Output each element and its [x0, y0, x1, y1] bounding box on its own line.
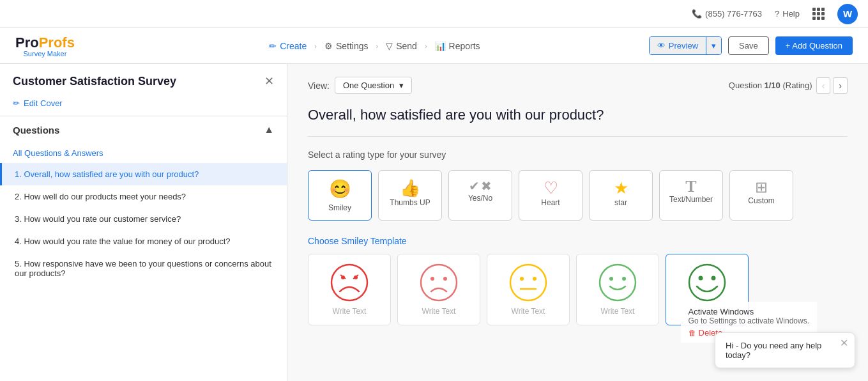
- nav-arrows: ‹ ›: [816, 77, 848, 94]
- reports-icon: 📊: [435, 41, 446, 51]
- send-label: Send: [396, 41, 417, 51]
- phone-icon: 📞: [692, 9, 702, 19]
- nav-reports[interactable]: 📊 Reports: [430, 37, 485, 55]
- textnumber-icon: T: [685, 178, 696, 195]
- activate-windows-sub: Go to Settings to activate Windows.: [689, 316, 809, 325]
- svg-point-6: [430, 277, 434, 281]
- question-item[interactable]: 2. How well do our products meet your ne…: [0, 185, 287, 208]
- heart-icon: ♡: [544, 178, 558, 198]
- help-label: Help: [782, 9, 800, 19]
- thumbsup-icon: 👍: [400, 178, 420, 198]
- preview-dropdown-button[interactable]: ▾: [706, 37, 721, 54]
- star-icon: ★: [614, 178, 628, 198]
- apps-icon[interactable]: [812, 8, 825, 20]
- question-item[interactable]: 1. Overall, how satisfied are you with o…: [0, 163, 287, 185]
- sidebar: Customer Satisfaction Survey ✕ ✏ Edit Co…: [0, 64, 287, 381]
- grid-icon: [812, 8, 825, 20]
- expand-icon: ▲: [264, 124, 274, 136]
- question-text: 2. How well do our products meet your ne…: [15, 192, 186, 201]
- view-dropdown[interactable]: One Question ▾: [335, 77, 412, 94]
- rating-type-yesno[interactable]: ✔✖ Yes/No: [448, 170, 512, 221]
- thumbsup-label: Thumbs UP: [390, 198, 430, 207]
- rating-type-star[interactable]: ★ star: [589, 170, 653, 221]
- question-item[interactable]: 3. How would you rate our customer servi…: [0, 208, 287, 230]
- prev-question-button[interactable]: ‹: [816, 77, 831, 94]
- rating-section-label: Select a rating type for your survey: [308, 150, 848, 160]
- svg-point-17: [712, 276, 716, 281]
- smiley-happy[interactable]: Write Text: [576, 254, 659, 325]
- chat-close-button[interactable]: ✕: [840, 337, 848, 349]
- question-text: 3. How would you rate our customer servi…: [15, 214, 181, 224]
- create-icon: ✏: [269, 41, 277, 51]
- heart-label: Heart: [541, 198, 560, 207]
- rating-type-heart[interactable]: ♡ Heart: [519, 170, 582, 221]
- star-label: star: [614, 198, 627, 207]
- divider: [308, 136, 848, 137]
- view-option: One Question: [343, 81, 394, 90]
- rating-type-smiley[interactable]: 😊 Smiley: [308, 170, 372, 221]
- nav-send[interactable]: ▽ Send: [381, 37, 422, 55]
- user-avatar[interactable]: W: [837, 4, 858, 24]
- svg-point-8: [510, 265, 546, 300]
- rating-type-thumbsup[interactable]: 👍 Thumbs UP: [378, 170, 442, 221]
- logo: Pro Profs Survey Maker: [15, 35, 75, 58]
- very-happy-face-svg: [688, 263, 726, 302]
- svg-point-15: [689, 265, 725, 300]
- smiley-label-4: Write Text: [601, 307, 635, 316]
- save-button[interactable]: Save: [728, 36, 769, 55]
- view-label: View:: [308, 81, 330, 91]
- reports-label: Reports: [449, 41, 480, 51]
- sidebar-title: Customer Satisfaction Survey: [13, 75, 176, 88]
- view-selector: View: One Question ▾: [308, 77, 412, 94]
- question-item[interactable]: 5. How responsive have we been to your q…: [0, 253, 287, 284]
- edit-cover-link[interactable]: ✏ Edit Cover: [0, 98, 287, 116]
- smiley-unhappy[interactable]: Write Text: [397, 254, 480, 325]
- header-bar: Pro Profs Survey Maker ✏ Create › ⚙ Sett…: [0, 28, 868, 64]
- preview-button[interactable]: 👁 Preview: [650, 37, 706, 54]
- add-question-button[interactable]: + Add Question: [775, 36, 853, 55]
- smiley-very-unhappy[interactable]: Write Text: [308, 254, 391, 325]
- close-sidebar-button[interactable]: ✕: [264, 74, 274, 88]
- questions-header[interactable]: Questions ▲: [0, 116, 287, 143]
- header-actions: 👁 Preview ▾ Save + Add Question: [649, 36, 853, 55]
- custom-icon: ⊞: [755, 178, 768, 196]
- very-unhappy-face-svg: [330, 263, 369, 302]
- phone-item[interactable]: 📞 (855) 776-7763: [692, 9, 762, 19]
- svg-point-0: [331, 265, 367, 300]
- question-number-info: Question 1/10 (Rating) ‹ ›: [729, 77, 848, 94]
- question-text: 1. Overall, how satisfied are you with o…: [15, 169, 199, 179]
- rating-type-custom[interactable]: ⊞ Custom: [729, 170, 793, 221]
- happy-face-svg: [598, 263, 637, 302]
- logo-profs: Profs: [39, 35, 75, 51]
- next-question-button[interactable]: ›: [833, 77, 848, 94]
- sidebar-header: Customer Satisfaction Survey ✕: [0, 64, 287, 98]
- header-nav: ✏ Create › ⚙ Settings › ▽ Send › 📊 Repor…: [100, 37, 649, 55]
- svg-point-9: [520, 277, 524, 281]
- neutral-face-svg: [509, 263, 547, 302]
- smiley-section-label: Choose Smiley Template: [308, 236, 848, 246]
- svg-point-7: [443, 277, 447, 281]
- svg-point-16: [699, 276, 703, 281]
- textnumber-label: Text/Number: [669, 195, 713, 204]
- smiley-neutral[interactable]: Write Text: [487, 254, 570, 325]
- question-item[interactable]: 4. How would you rate the value for mone…: [0, 230, 287, 253]
- chevron-1: ›: [314, 42, 317, 50]
- chevron-3: ›: [425, 42, 427, 50]
- settings-label: Settings: [336, 41, 369, 51]
- help-item[interactable]: ? Help: [775, 9, 800, 19]
- custom-label: Custom: [748, 196, 774, 205]
- view-bar: View: One Question ▾ Question 1/10 (Rati…: [308, 77, 848, 94]
- svg-point-13: [609, 277, 613, 281]
- smiley-label-2: Write Text: [422, 307, 456, 316]
- yesno-icon: ✔✖: [469, 178, 492, 194]
- rating-type-textnumber[interactable]: T Text/Number: [659, 170, 723, 221]
- pencil-icon: ✏: [13, 98, 20, 108]
- all-questions-link[interactable]: All Questions & Answers: [0, 143, 287, 163]
- yesno-label: Yes/No: [468, 194, 492, 203]
- logo-pro: Pro: [15, 35, 39, 51]
- nav-settings[interactable]: ⚙ Settings: [319, 37, 374, 55]
- svg-point-12: [600, 265, 636, 300]
- svg-point-5: [421, 265, 457, 300]
- nav-create[interactable]: ✏ Create: [264, 37, 312, 55]
- rating-types: 😊 Smiley 👍 Thumbs UP ✔✖ Yes/No ♡ Heart: [308, 170, 848, 221]
